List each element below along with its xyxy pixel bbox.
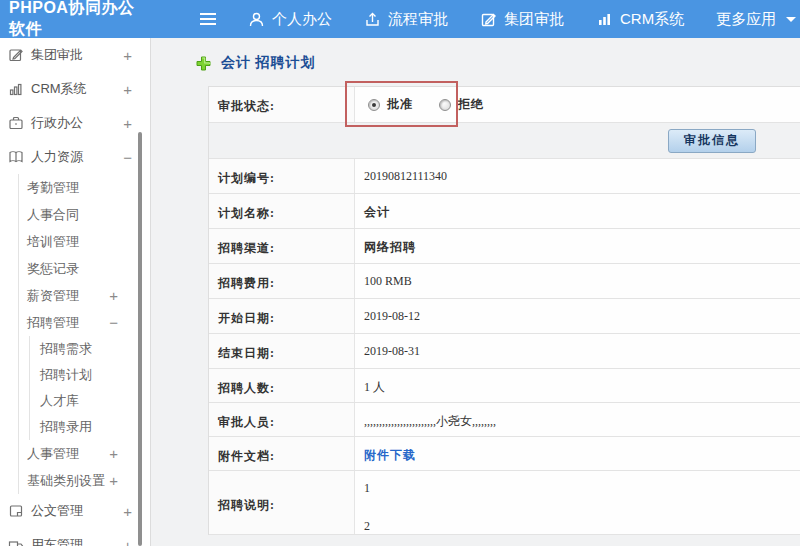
bar-chart-icon	[596, 11, 613, 28]
sidebar-item-recruit-plan[interactable]: 招聘计划	[30, 362, 150, 388]
sidebar-item-salary[interactable]: 薪资管理 +	[19, 282, 150, 309]
expand-plus-icon[interactable]: +	[109, 472, 118, 489]
status-radio-group: 批准 拒绝	[355, 87, 800, 122]
sidebar-item-label: 基础类别设置	[27, 472, 105, 490]
row-value: 2019-08-12	[355, 299, 800, 333]
page-title-text: 会计 招聘计划	[221, 54, 316, 72]
row-label: 计划名称:	[209, 194, 355, 228]
nav-more-apps[interactable]: 更多应用	[716, 10, 796, 29]
expand-plus-icon[interactable]: +	[109, 445, 118, 462]
nav-label: 流程审批	[388, 10, 448, 29]
sidebar-scrollbar[interactable]	[138, 132, 142, 546]
caret-down-icon	[786, 17, 796, 22]
table-row-channel: 招聘渠道: 网络招聘	[209, 229, 800, 264]
sidebar-item-vehicle[interactable]: 用车管理 +	[0, 528, 150, 546]
row-value: 2019-08-31	[355, 334, 800, 368]
sidebar-item-rewards[interactable]: 奖惩记录	[19, 255, 150, 282]
person-icon	[248, 11, 265, 28]
recruit-submenu: 招聘需求 招聘计划 人才库 招聘录用	[29, 336, 150, 440]
sidebar-item-admin-office[interactable]: 行政办公 +	[0, 106, 150, 140]
row-label: 审批人员:	[209, 403, 355, 436]
expand-plus-icon[interactable]: +	[123, 537, 132, 546]
reject-radio-label[interactable]: 拒绝	[458, 96, 484, 113]
table-row-plan-name: 计划名称: 会计	[209, 194, 800, 229]
table-row-attachment: 附件文档: 附件下载	[209, 437, 800, 471]
row-label: 招聘渠道:	[209, 229, 355, 263]
collapse-minus-icon[interactable]: −	[109, 314, 118, 331]
nav-label: 集团审批	[504, 10, 564, 29]
nav-process-approval[interactable]: 流程审批	[364, 10, 448, 29]
approval-info-button[interactable]: 审批信息	[668, 129, 756, 153]
table-row-start-date: 开始日期: 2019-08-12	[209, 299, 800, 334]
sidebar: 集团审批 + CRM系统 + 行政办公 + 人力资源 − 考勤管理 人事合同 培…	[0, 38, 151, 546]
nav-label: CRM系统	[620, 10, 684, 29]
approval-form-table: 审批状态: 批准 拒绝 审批信息 计划编号: 20190812111340 计划…	[208, 86, 800, 535]
sidebar-item-hr[interactable]: 人力资源 −	[0, 140, 150, 174]
sidebar-item-documents[interactable]: 公文管理 +	[0, 494, 150, 528]
row-label: 计划编号:	[209, 159, 355, 193]
sidebar-item-label: 招聘管理	[27, 314, 79, 332]
row-value: 会计	[355, 194, 800, 228]
row-label: 结束日期:	[209, 334, 355, 368]
sidebar-item-attendance[interactable]: 考勤管理	[19, 174, 150, 201]
expand-plus-icon[interactable]: +	[123, 47, 132, 64]
table-row-approvers: 审批人员: ,,,,,,,,,,,,,,,,,,,,,,,,小尧女,,,,,,,…	[209, 403, 800, 437]
bar-chart-icon	[8, 81, 24, 97]
nav-personal-office[interactable]: 个人办公	[248, 10, 332, 29]
expand-plus-icon[interactable]: +	[123, 81, 132, 98]
approve-radio-label[interactable]: 批准	[387, 96, 413, 113]
row-label: 招聘费用:	[209, 264, 355, 298]
sidebar-item-recruit-mgmt[interactable]: 招聘管理 −	[19, 309, 150, 336]
expand-plus-icon[interactable]: +	[123, 503, 132, 520]
row-label: 招聘人数:	[209, 369, 355, 402]
process-approval-icon	[364, 11, 381, 28]
nav-group-approval[interactable]: 集团审批	[480, 10, 564, 29]
add-plus-icon[interactable]	[196, 56, 211, 71]
sidebar-item-hr-contract[interactable]: 人事合同	[19, 201, 150, 228]
reject-radio[interactable]	[439, 99, 451, 111]
sidebar-item-recruit-hire[interactable]: 招聘录用	[30, 414, 150, 440]
sidebar-item-label: 奖惩记录	[27, 260, 79, 278]
row-value: 网络招聘	[355, 229, 800, 263]
sidebar-item-label: 人事管理	[27, 445, 79, 463]
sidebar-item-label: 公文管理	[31, 502, 83, 520]
table-row-plan-number: 计划编号: 20190812111340	[209, 159, 800, 194]
sidebar-item-label: 招聘录用	[40, 418, 92, 436]
sidebar-item-group-approval[interactable]: 集团审批 +	[0, 38, 150, 72]
sidebar-item-talent-pool[interactable]: 人才库	[30, 388, 150, 414]
sidebar-item-label: 人事合同	[27, 206, 79, 224]
briefcase-icon	[8, 115, 24, 131]
nav-label: 个人办公	[272, 10, 332, 29]
sidebar-item-label: 集团审批	[31, 46, 83, 64]
table-row-cost: 招聘费用: 100 RMB	[209, 264, 800, 299]
collapse-minus-icon[interactable]: −	[123, 149, 132, 166]
table-row-headcount: 招聘人数: 1 人	[209, 369, 800, 403]
sidebar-item-label: 人力资源	[31, 148, 83, 166]
sidebar-item-label: CRM系统	[31, 80, 87, 98]
row-label: 审批状态:	[209, 87, 355, 122]
sidebar-item-base-category[interactable]: 基础类别设置 +	[19, 467, 150, 494]
attachment-download-link[interactable]: 附件下载	[364, 448, 416, 462]
sidebar-item-label: 用车管理	[31, 536, 83, 546]
nav-crm-system[interactable]: CRM系统	[596, 10, 684, 29]
approve-radio[interactable]	[368, 99, 380, 111]
sidebar-item-training[interactable]: 培训管理	[19, 228, 150, 255]
edit-square-icon	[480, 11, 497, 28]
description-line: 1	[364, 481, 800, 495]
row-label: 附件文档:	[209, 437, 355, 470]
description-line: 2	[364, 519, 800, 533]
sidebar-item-crm[interactable]: CRM系统 +	[0, 72, 150, 106]
truck-icon	[8, 537, 24, 546]
expand-plus-icon[interactable]: +	[109, 287, 118, 304]
row-label: 招聘说明:	[209, 471, 355, 534]
nav-label: 更多应用	[716, 10, 776, 29]
sidebar-item-label: 行政办公	[31, 114, 83, 132]
hamburger-menu-icon[interactable]	[200, 13, 216, 25]
row-value: ,,,,,,,,,,,,,,,,,,,,,,,,小尧女,,,,,,,,	[355, 403, 800, 436]
page-title: 会计 招聘计划	[196, 54, 316, 72]
expand-plus-icon[interactable]: +	[123, 115, 132, 132]
sidebar-item-personnel[interactable]: 人事管理 +	[19, 440, 150, 467]
hr-submenu: 考勤管理 人事合同 培训管理 奖惩记录 薪资管理 + 招聘管理 − 招聘需求 招…	[18, 174, 150, 494]
sidebar-item-recruit-need[interactable]: 招聘需求	[30, 336, 150, 362]
app-logo: PHPOA协同办公软件	[0, 0, 150, 40]
